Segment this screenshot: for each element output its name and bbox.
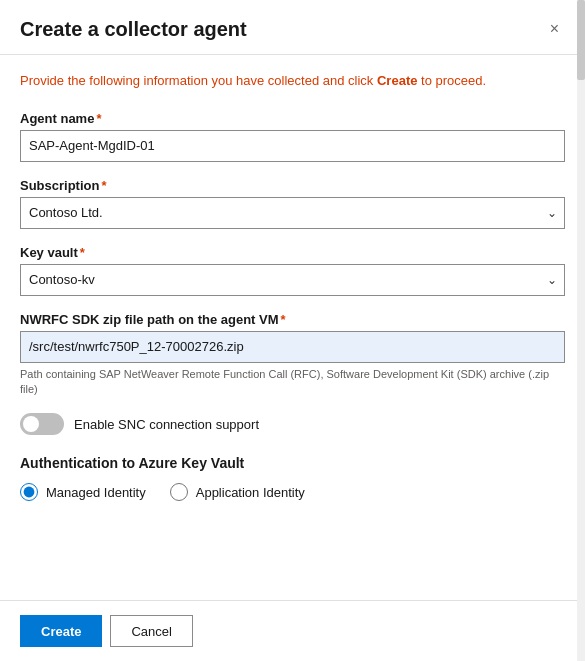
create-collector-agent-dialog: Create a collector agent × Provide the f… bbox=[0, 0, 585, 661]
subscription-select-wrapper: Contoso Ltd. ⌄ bbox=[20, 197, 565, 229]
info-text-after: to proceed. bbox=[417, 73, 486, 88]
managed-identity-option[interactable]: Managed Identity bbox=[20, 483, 146, 501]
info-text-bold: Create bbox=[377, 73, 417, 88]
key-vault-select[interactable]: Contoso-kv bbox=[20, 264, 565, 296]
sdk-path-field: NWRFC SDK zip file path on the agent VM … bbox=[20, 312, 565, 398]
sdk-path-label: NWRFC SDK zip file path on the agent VM … bbox=[20, 312, 565, 327]
scrollbar-track bbox=[577, 0, 585, 661]
snc-toggle-label: Enable SNC connection support bbox=[74, 417, 259, 432]
application-identity-radio[interactable] bbox=[170, 483, 188, 501]
subscription-field: Subscription * Contoso Ltd. ⌄ bbox=[20, 178, 565, 229]
sdk-path-hint: Path containing SAP NetWeaver Remote Fun… bbox=[20, 367, 565, 398]
required-star: * bbox=[96, 111, 101, 126]
subscription-select[interactable]: Contoso Ltd. bbox=[20, 197, 565, 229]
dialog-body: Provide the following information you ha… bbox=[0, 55, 585, 600]
key-vault-label: Key vault * bbox=[20, 245, 565, 260]
required-star-keyvault: * bbox=[80, 245, 85, 260]
sdk-path-input[interactable] bbox=[20, 331, 565, 363]
managed-identity-label: Managed Identity bbox=[46, 485, 146, 500]
agent-name-field: Agent name * bbox=[20, 111, 565, 162]
key-vault-field: Key vault * Contoso-kv ⌄ bbox=[20, 245, 565, 296]
auth-radio-group: Managed Identity Application Identity bbox=[20, 483, 565, 501]
scrollbar-thumb[interactable] bbox=[577, 0, 585, 80]
required-star-sdk: * bbox=[281, 312, 286, 327]
agent-name-input[interactable] bbox=[20, 130, 565, 162]
required-star-subscription: * bbox=[101, 178, 106, 193]
snc-toggle[interactable] bbox=[20, 413, 64, 435]
key-vault-select-wrapper: Contoso-kv ⌄ bbox=[20, 264, 565, 296]
dialog-header: Create a collector agent × bbox=[0, 0, 585, 55]
agent-name-label: Agent name * bbox=[20, 111, 565, 126]
auth-section: Authentication to Azure Key Vault Manage… bbox=[20, 455, 565, 501]
create-button[interactable]: Create bbox=[20, 615, 102, 647]
cancel-button[interactable]: Cancel bbox=[110, 615, 192, 647]
dialog-footer: Create Cancel bbox=[0, 600, 585, 661]
subscription-label: Subscription * bbox=[20, 178, 565, 193]
info-text-before: Provide the following information you ha… bbox=[20, 73, 377, 88]
auth-title: Authentication to Azure Key Vault bbox=[20, 455, 565, 471]
snc-toggle-row: Enable SNC connection support bbox=[20, 413, 565, 435]
managed-identity-radio[interactable] bbox=[20, 483, 38, 501]
application-identity-option[interactable]: Application Identity bbox=[170, 483, 305, 501]
close-button[interactable]: × bbox=[544, 16, 565, 42]
info-text: Provide the following information you ha… bbox=[20, 71, 565, 91]
snc-toggle-slider bbox=[20, 413, 64, 435]
application-identity-label: Application Identity bbox=[196, 485, 305, 500]
dialog-title: Create a collector agent bbox=[20, 18, 247, 41]
